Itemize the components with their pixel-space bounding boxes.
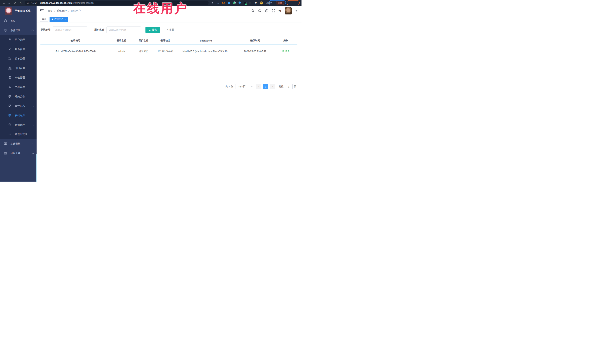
sidebar-item-post-management[interactable]: 岗位管理	[0, 73, 36, 82]
breadcrumb: 首页 / 系统管理 / 在线用户	[48, 9, 81, 13]
browser-back-icon[interactable]: ←	[1, 0, 7, 6]
bookmark-star-icon[interactable]: ☆	[217, 1, 220, 4]
cell-session-id: bfbb1ab79ba849e49fb26ddb56a73044	[40, 50, 111, 53]
login-address-input[interactable]	[53, 26, 87, 33]
search-button[interactable]: 搜索	[145, 27, 160, 33]
sidebar-item-dept-management[interactable]: 部门管理	[0, 63, 36, 73]
badge-icon	[8, 76, 12, 79]
avatar-caret-down-icon[interactable]	[296, 10, 297, 11]
main-content: 登录地址 用户名称 搜索 重置 会话编号 登录名称 部门名称 登陆地址 user…	[36, 22, 302, 182]
sidebar-item-notice-management[interactable]: 通知公告	[0, 92, 36, 101]
sidebar-bottom-strip	[0, 181, 36, 182]
sidebar-item-audit-log[interactable]: 审计日志	[0, 101, 36, 111]
paused-badge: 已暂停	[266, 1, 273, 4]
dashboard-icon	[4, 19, 7, 22]
profile-emoji-icon[interactable]	[260, 1, 263, 4]
browser-reload-icon[interactable]: ⟳	[12, 0, 18, 6]
force-logout-button[interactable]: 强退	[282, 50, 290, 53]
sidebar-item-sms-management[interactable]: 短信管理	[0, 120, 36, 130]
username-input[interactable]	[106, 26, 141, 33]
browser-forward-icon[interactable]: →	[7, 0, 12, 6]
dictionary-icon	[8, 86, 12, 88]
pagination: 共 1 条 20条/页 ‹ 1 › 前往 页	[226, 84, 296, 89]
online-user-icon	[8, 114, 12, 117]
extension-blue-drop-icon[interactable]	[227, 1, 231, 4]
sidebar-item-role-management[interactable]: 角色管理	[0, 44, 36, 54]
audit-log-icon	[8, 104, 12, 108]
help-icon[interactable]	[265, 9, 268, 13]
dev-tools-icon	[4, 152, 7, 155]
sidebar-item-user-management[interactable]: 用户管理	[0, 35, 36, 44]
chevron-down-icon	[32, 152, 34, 154]
address-bar[interactable]: ⚠ 不安全 dashboard.yudao.iocoder.cn /system…	[25, 0, 209, 5]
active-tab-dot	[52, 19, 53, 20]
sidebar-scrollbar[interactable]	[36, 154, 36, 182]
gear-icon	[4, 29, 7, 32]
total-count: 共 1 条	[226, 85, 233, 88]
breadcrumb-home[interactable]: 首页	[48, 9, 53, 13]
tab-home[interactable]: 首页	[40, 17, 48, 22]
app-logo-row[interactable]: 芋道管理系统	[0, 6, 36, 16]
url-domain: dashboard.yudao.iocoder.cn	[40, 2, 72, 4]
user-icon	[8, 38, 12, 41]
extensions-puzzle-icon[interactable]: ✱	[254, 1, 257, 4]
sidebar: 芋道管理系统 首页 系统管理 用户管理 角色管理 菜单管理	[0, 6, 36, 182]
col-session-id: 会话编号	[40, 39, 111, 42]
tab-online-users[interactable]: 在线用户 ×	[49, 17, 68, 22]
sidebar-item-system-management[interactable]: 系统管理	[0, 26, 36, 35]
chevron-down-icon	[32, 123, 34, 125]
extension-blue-diamond-icon[interactable]	[238, 1, 241, 4]
prev-page-button[interactable]: ‹	[256, 84, 261, 89]
font-size-icon[interactable]: TT	[279, 9, 281, 12]
extension-video-en-icon[interactable]	[244, 1, 247, 4]
goto-page-input[interactable]	[285, 84, 293, 89]
page-number-1[interactable]: 1	[263, 84, 268, 89]
trash-icon	[282, 50, 284, 52]
cell-login-time: 2021-05-03 23:05:49	[236, 50, 274, 53]
browser-home-icon[interactable]: ⌂	[18, 0, 23, 6]
search-icon[interactable]	[251, 9, 255, 13]
page-unit-label: 页	[294, 85, 296, 88]
browser-menu-dots-icon[interactable]: ⋮	[286, 1, 289, 4]
cell-user-agent: Mozilla/5.0 (Macintosh; Intel Mac OS X 1…	[176, 50, 236, 53]
not-secure-warning-icon: ⚠	[27, 2, 29, 4]
menu-list-icon	[8, 57, 12, 60]
sidebar-item-dev-tools[interactable]: 研发工具	[0, 148, 36, 158]
tags-view-bar: 首页 在线用户 ×	[36, 16, 302, 22]
chrome-update-button[interactable]: 更新	[276, 1, 284, 5]
chevron-down-icon	[32, 142, 34, 144]
reset-button[interactable]: 重置	[163, 27, 177, 33]
page-size-select[interactable]: 20条/页	[235, 84, 254, 89]
extension-green-v-icon[interactable]: V	[233, 1, 236, 4]
next-page-button[interactable]: ›	[270, 84, 275, 89]
table-row: bfbb1ab79ba849e49fb26ddb56a73044 admin 研…	[40, 45, 297, 58]
cell-login-address: 101.87.244.46	[155, 49, 176, 53]
breadcrumb-current: 在线用户	[71, 9, 81, 13]
user-avatar[interactable]	[285, 7, 292, 14]
sidebar-item-dict-management[interactable]: 字典管理	[0, 82, 36, 92]
login-address-label: 登录地址	[40, 28, 50, 32]
breadcrumb-system[interactable]: 系统管理	[57, 9, 67, 13]
github-icon[interactable]	[258, 9, 262, 13]
sidebar-item-error-code-management[interactable]: 错误码管理	[0, 130, 36, 139]
tab-close-icon[interactable]: ×	[65, 18, 66, 20]
sidebar-item-online-users[interactable]: 在线用户	[0, 111, 36, 120]
sidebar-item-home[interactable]: 首页	[0, 16, 36, 26]
col-actions: 操作	[274, 39, 297, 42]
org-tree-icon	[8, 66, 12, 70]
col-login-address: 登陆地址	[155, 39, 176, 42]
announcement-icon	[8, 95, 12, 98]
cell-dept-name: 研发部门	[133, 50, 155, 53]
extension-orange-ring-icon[interactable]	[222, 1, 225, 4]
error-code-icon	[8, 133, 12, 136]
system-management-submenu: 用户管理 角色管理 菜单管理 部门管理 岗位管理 字典管理	[0, 35, 36, 139]
col-dept-name: 部门名称	[133, 39, 155, 42]
fullscreen-icon[interactable]	[272, 9, 275, 13]
app-title: 芋道管理系统	[14, 9, 31, 13]
annotation-orange-oval	[287, 0, 300, 5]
sidebar-item-infrastructure[interactable]: 基础设施	[0, 139, 36, 148]
password-key-icon[interactable]	[211, 1, 214, 4]
extension-green-key-icon[interactable]	[249, 1, 252, 4]
sidebar-collapse-icon[interactable]	[40, 10, 44, 12]
sidebar-item-menu-management[interactable]: 菜单管理	[0, 54, 36, 63]
